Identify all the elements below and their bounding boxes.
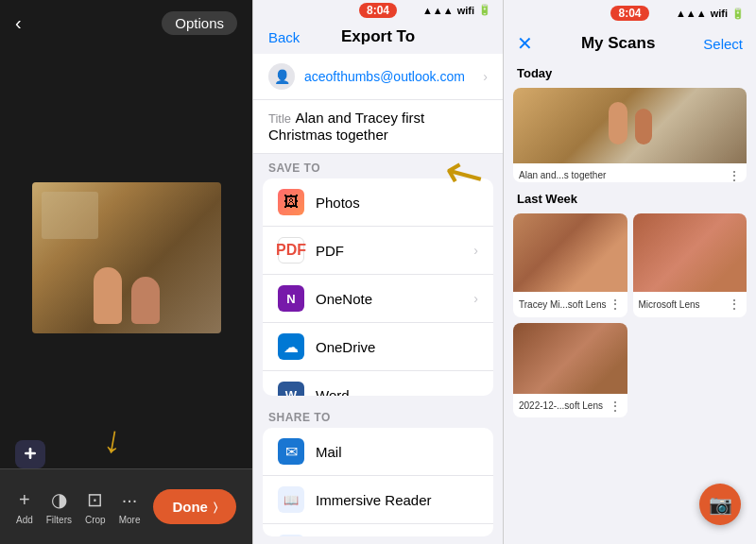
email-left: 👤 aceofthumbs@outlook.com (268, 63, 465, 90)
left-panel: ‹ Options ↓ + Add ◑ Filters ⊡ Crop ··· (0, 0, 252, 544)
crop-label: Crop (85, 515, 106, 525)
crop-icon: ⊡ (87, 488, 103, 511)
right-signal-icon: ▲▲▲ (676, 8, 707, 19)
right-content: Today Alan and...s together ⋮ Last Wee (504, 60, 756, 544)
scan-image-1 (513, 213, 627, 292)
camera-fab-button[interactable]: 📷 (699, 484, 741, 525)
photo-figure-1 (94, 267, 122, 324)
menu-photos[interactable]: 🖼 Photos (263, 178, 493, 227)
scan-image-3 (513, 323, 627, 394)
last-week-section-header: Last Week (504, 186, 756, 210)
scan-label-row-today: Alan and...s together ⋮ (513, 163, 747, 182)
back-button[interactable]: Back (268, 29, 300, 45)
scan-more-button-1[interactable]: ⋮ (609, 297, 622, 312)
more-icon: ··· (122, 489, 138, 511)
save-to-menu: 🖼 Photos PDF PDF › N OneNote › ☁ OneDriv… (263, 178, 493, 396)
onenote-icon: N (278, 285, 304, 312)
signal-icon: ▲▲▲ (422, 5, 454, 16)
scan-photo-1 (513, 213, 627, 292)
email-chevron-icon: › (483, 69, 488, 84)
scan-more-button-3[interactable]: ⋮ (609, 399, 622, 414)
done-arrow-icon: 〉 (214, 501, 217, 514)
right-status-icons: ▲▲▲ wifi 🔋 (676, 8, 745, 20)
middle-status-bar: 8:04 ▲▲▲ wifi 🔋 (253, 0, 503, 20)
pdf-label: PDF (316, 243, 462, 259)
filters-icon: ◑ (51, 488, 67, 511)
toolbar-filters[interactable]: ◑ Filters (46, 488, 72, 525)
right-status-bar: 8:04 ▲▲▲ wifi 🔋 (504, 0, 756, 26)
close-button[interactable]: ✕ (517, 32, 533, 55)
scan-photo-3 (513, 323, 627, 394)
scan-label-row-3: 2022-12-...soft Lens ⋮ (513, 394, 627, 417)
word-label: Word (316, 387, 478, 397)
middle-time: 8:04 (359, 3, 397, 18)
scan-card-2[interactable]: Microsoft Lens ⋮ (633, 213, 747, 317)
photo-figure-2 (131, 277, 160, 324)
today-section-header: Today (504, 60, 756, 84)
menu-word[interactable]: W Word (263, 371, 493, 396)
pdf-icon: PDF (278, 237, 304, 264)
scan-more-button-today[interactable]: ⋮ (728, 168, 741, 183)
left-bottom-toolbar: + Add ◑ Filters ⊡ Crop ··· More Done 〉 (0, 468, 252, 544)
save-to-section-label: SAVE TO (253, 154, 503, 178)
scan-label-row-1: Tracey Mi...soft Lens ⋮ (513, 292, 627, 318)
title-field-label: Title (268, 111, 291, 126)
middle-panel: 8:04 ▲▲▲ wifi 🔋 Back Export To 👤 aceofth… (252, 0, 504, 544)
scan-label-row-2: Microsoft Lens ⋮ (633, 292, 747, 318)
scan-card-3[interactable]: 2022-12-...soft Lens ⋮ (513, 323, 627, 417)
scan-image-2 (633, 213, 747, 292)
onenote-label: OneNote (316, 291, 462, 307)
photo-bg-detail (42, 192, 98, 239)
my-scans-title: My Scans (581, 34, 655, 53)
toolbar-add[interactable]: + Add (16, 489, 33, 525)
photos-icon: 🖼 (278, 189, 304, 215)
user-icon: 👤 (268, 63, 295, 90)
email-address: aceofthumbs@outlook.com (304, 69, 465, 84)
export-to-title: Export To (341, 27, 415, 46)
onedrive-icon: ☁ (278, 333, 304, 360)
scan-label-3: 2022-12-...soft Lens (519, 400, 609, 411)
toolbar-more[interactable]: ··· More (119, 489, 141, 525)
right-battery-icon: 🔋 (731, 8, 745, 20)
scan-indicator (15, 440, 45, 468)
menu-immersive[interactable]: 📖 Immersive Reader (263, 476, 493, 524)
toolbar-crop[interactable]: ⊡ Crop (85, 488, 106, 525)
photo-preview (32, 182, 221, 333)
immersive-reader-icon: 📖 (278, 486, 304, 513)
mail-icon: ✉ (278, 438, 304, 465)
options-button[interactable]: Options (162, 11, 237, 35)
menu-mail[interactable]: ✉ Mail (263, 428, 493, 476)
camera-icon: 📷 (709, 493, 732, 516)
scan-more-button-2[interactable]: ⋮ (728, 297, 741, 312)
left-back-button[interactable]: ‹ (15, 12, 22, 34)
mail-label: Mail (316, 444, 478, 460)
email-row[interactable]: 👤 aceofthumbs@outlook.com › (253, 54, 503, 100)
scan-photo-today (513, 88, 747, 163)
title-field-value: Alan and Tracey first Christmas together (268, 110, 424, 143)
done-label: Done (172, 499, 208, 515)
menu-onenote[interactable]: N OneNote › (263, 275, 493, 323)
menu-pdf[interactable]: PDF PDF › (263, 227, 493, 275)
photos-label: Photos (316, 195, 478, 211)
share-to-section-label: SHARE TO (253, 403, 503, 428)
onedrive-label: OneDrive (316, 339, 478, 355)
right-panel: 8:04 ▲▲▲ wifi 🔋 ✕ My Scans Select Today (504, 0, 756, 544)
done-button[interactable]: Done 〉 (153, 489, 236, 524)
share-to-menu: ✉ Mail 📖 Immersive Reader ⊞ More Apps (263, 428, 493, 536)
word-icon: W (278, 382, 304, 396)
add-icon: + (19, 489, 30, 511)
scan-photo-2 (633, 213, 747, 292)
scan-label-2: Microsoft Lens (639, 299, 729, 310)
middle-status-icons: ▲▲▲ wifi 🔋 (422, 4, 491, 16)
right-time: 8:04 (610, 6, 648, 21)
scan-card-1[interactable]: Tracey Mi...soft Lens ⋮ (513, 213, 627, 317)
menu-more-apps[interactable]: ⊞ More Apps (263, 524, 493, 536)
left-top-bar: ‹ Options (0, 0, 252, 46)
pdf-chevron-icon: › (473, 243, 478, 258)
right-header: ✕ My Scans Select (504, 26, 756, 60)
scan-card-today[interactable]: Alan and...s together ⋮ (513, 88, 747, 182)
menu-onedrive[interactable]: ☁ OneDrive (263, 323, 493, 371)
svg-rect-1 (29, 448, 32, 459)
select-button[interactable]: Select (703, 36, 743, 52)
onenote-chevron-icon: › (473, 291, 478, 306)
